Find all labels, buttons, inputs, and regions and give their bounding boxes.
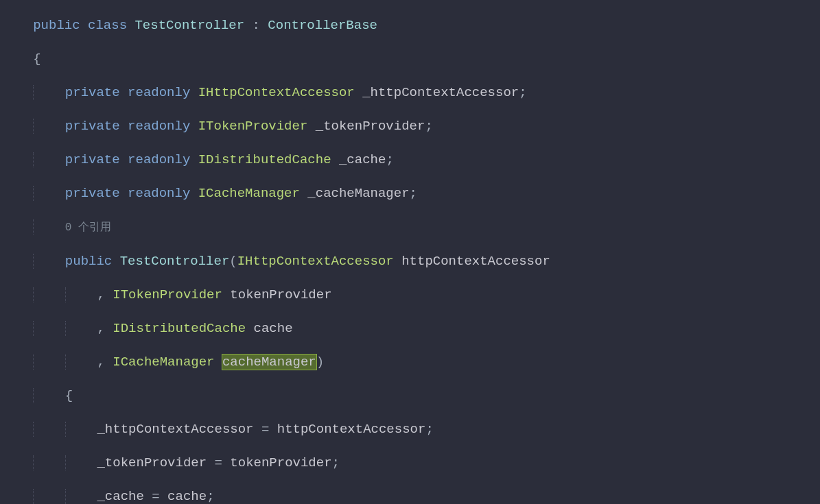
semi: ; xyxy=(519,85,526,100)
param: cache xyxy=(254,321,293,336)
class-name: TestController xyxy=(134,18,244,33)
semi: ; xyxy=(332,455,340,470)
param: httpContextAccessor xyxy=(277,422,426,437)
brace: { xyxy=(65,388,73,403)
code-line[interactable]: { xyxy=(10,387,820,405)
field: _tokenProvider xyxy=(316,119,425,134)
keyword: private xyxy=(65,85,120,100)
keyword-public: public xyxy=(33,18,80,33)
rparen: ) xyxy=(316,355,324,370)
code-line[interactable]: public class TestController : Controller… xyxy=(10,17,820,34)
keyword: private xyxy=(65,186,120,201)
comma: , xyxy=(97,355,104,370)
keyword: private xyxy=(65,152,120,167)
type: IDistributedCache xyxy=(113,321,246,336)
colon: : xyxy=(253,18,260,33)
keyword: public xyxy=(65,254,112,269)
code-line[interactable]: _cache = cache; xyxy=(10,488,820,505)
type: IHttpContextAccessor xyxy=(237,254,394,269)
semi: ; xyxy=(425,422,433,437)
code-line[interactable]: public TestController(IHttpContextAccess… xyxy=(10,253,820,270)
type: ITokenProvider xyxy=(113,287,222,302)
eq: = xyxy=(152,489,159,504)
lparen: ( xyxy=(229,254,237,269)
param: cache xyxy=(167,489,207,504)
eq: = xyxy=(215,455,222,470)
type: ICacheManager xyxy=(198,186,300,201)
keyword-class: class xyxy=(88,18,127,33)
field: _httpContextAccessor xyxy=(362,85,519,100)
code-line[interactable]: , IDistributedCache cache xyxy=(10,320,820,337)
code-line[interactable]: { xyxy=(10,51,820,68)
field: _cache xyxy=(97,489,143,504)
type: ICacheManager xyxy=(113,355,214,370)
code-line[interactable]: , ICacheManager cacheManager) xyxy=(10,354,820,371)
keyword: private xyxy=(65,119,120,134)
semi: ; xyxy=(410,186,417,201)
field: _cache xyxy=(339,152,386,167)
brace: { xyxy=(33,51,40,67)
type: ITokenProvider xyxy=(198,119,308,134)
keyword: readonly xyxy=(128,119,190,134)
param: tokenProvider xyxy=(230,287,331,302)
code-line[interactable]: _httpContextAccessor = httpContextAccess… xyxy=(10,421,820,438)
field: _httpContextAccessor xyxy=(97,422,253,437)
param: httpContextAccessor xyxy=(401,254,550,269)
type: IDistributedCache xyxy=(198,152,331,167)
field: _tokenProvider xyxy=(97,455,207,470)
code-line[interactable]: private readonly ICacheManager _cacheMan… xyxy=(10,185,820,202)
code-line[interactable]: private readonly ITokenProvider _tokenPr… xyxy=(10,118,820,135)
comma: , xyxy=(97,287,104,302)
code-line[interactable]: private readonly IDistributedCache _cach… xyxy=(10,152,820,169)
keyword: readonly xyxy=(128,186,190,201)
param-highlighted: cacheManager xyxy=(222,355,316,370)
code-line[interactable]: private readonly IHttpContextAccessor _h… xyxy=(10,84,820,101)
keyword: readonly xyxy=(128,152,190,167)
base-class: ControllerBase xyxy=(268,18,377,33)
code-line[interactable]: _tokenProvider = tokenProvider; xyxy=(10,455,820,472)
eq: = xyxy=(261,422,269,437)
semi: ; xyxy=(425,119,432,134)
ctor-name: TestController xyxy=(120,254,230,269)
code-editor[interactable]: public class TestController : Controller… xyxy=(0,0,820,504)
semi: ; xyxy=(386,152,393,167)
code-line[interactable]: 0 个引用 xyxy=(10,219,820,237)
code-line[interactable]: , ITokenProvider tokenProvider xyxy=(10,287,820,304)
field: _cacheManager xyxy=(307,186,409,201)
param: tokenProvider xyxy=(230,455,331,470)
keyword: readonly xyxy=(128,85,190,100)
semi: ; xyxy=(207,489,214,504)
type: IHttpContextAccessor xyxy=(198,85,355,100)
codelens-refs[interactable]: 0 个引用 xyxy=(65,221,111,234)
comma: , xyxy=(97,321,104,336)
